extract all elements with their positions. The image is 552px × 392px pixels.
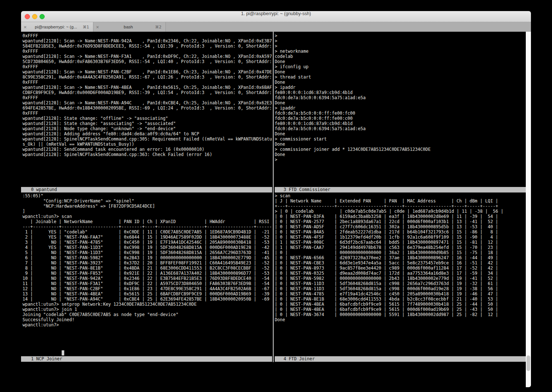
tab-shortcut: ⌘1	[83, 25, 93, 29]
terminal-cursor	[62, 350, 64, 355]
tab-ssh-session[interactable]: × pi@raspberrypi: ~ (g... ⌘1	[21, 22, 93, 32]
terminal-content: 0xFFFF wpantund[2128]: Scan -> Name:NEST…	[21, 32, 531, 387]
statusbar-ncp-joiner: 1 NCP Joiner	[21, 356, 272, 362]
title-bar[interactable]: 1. pi@raspberrypi: ~ (gnubby-ssh)	[21, 11, 531, 22]
tab-bash[interactable]: × bash ⌘2	[93, 22, 166, 32]
tab-shortcut: ⌘2	[155, 25, 165, 29]
statusbar-ftd-joiner: 4 FTD Joiner	[275, 356, 531, 362]
scrollbar-thumb[interactable]	[527, 355, 530, 371]
pane-ftd-commissioner[interactable]: > > > > networkname codelab Done > ifcon…	[275, 33, 431, 162]
tab-label: pi@raspberrypi: ~ (g...	[29, 25, 83, 29]
pane-divider[interactable]	[273, 32, 274, 362]
statusbar-ftd-commissioner: 3 FTD Commissioner	[275, 187, 531, 192]
terminal-window: 1. pi@raspberrypi: ~ (gnubby-ssh) × pi@r…	[21, 11, 531, 387]
window-title: 1. pi@raspberrypi: ~ (gnubby-ssh)	[21, 11, 531, 22]
tab-close-icon[interactable]: ×	[21, 25, 29, 30]
pane-ncp-joiner[interactable]: :55:05)" "Config:NCP:DriverName" => "spi…	[23, 193, 272, 327]
pane-ftd-joiner[interactable]: > scan | J | Network Name | Extended PAN…	[275, 193, 503, 322]
scrollbar[interactable]	[526, 32, 531, 387]
tab-label: bash	[102, 25, 155, 29]
statusbar-wpantund: 0 wpantund	[21, 187, 272, 192]
pane-wpantund-log[interactable]: 0xFFFF wpantund[2128]: Scan -> Name:NEST…	[23, 33, 272, 157]
tab-bar: × pi@raspberrypi: ~ (g... ⌘1 × bash ⌘2	[21, 22, 531, 32]
tab-close-icon[interactable]: ×	[93, 25, 102, 30]
